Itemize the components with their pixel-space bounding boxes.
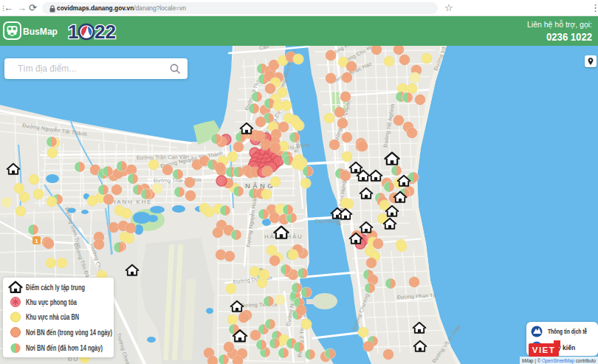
svg-text:Khu vực nhà của BN: Khu vực nhà của BN bbox=[26, 313, 79, 322]
svg-text:Liên hệ hỗ trợ, gọi:: Liên hệ hỗ trợ, gọi: bbox=[527, 20, 592, 29]
svg-text:bMap | © OpenStreetMap contrib: bMap | © OpenStreetMap contributo bbox=[522, 357, 596, 364]
svg-text:0236 1022: 0236 1022 bbox=[546, 31, 592, 43]
svg-text:Nơi BN đến (đã hơn 14 ngày): Nơi BN đến (đã hơn 14 ngày) bbox=[26, 344, 103, 352]
svg-text:1: 1 bbox=[35, 238, 38, 244]
svg-text:1: 1 bbox=[68, 21, 78, 43]
svg-text:Điểm cách ly tập trung: Điểm cách ly tập trung bbox=[26, 284, 85, 292]
svg-text:22: 22 bbox=[94, 21, 116, 43]
svg-text:Khu vực phong tỏa: Khu vực phong tỏa bbox=[26, 298, 77, 307]
svg-text:BusMap: BusMap bbox=[23, 26, 58, 37]
svg-text:Thông tin dịch tễ: Thông tin dịch tễ bbox=[548, 328, 587, 335]
svg-text:Nơi BN đến (trong vòng 14 ngày: Nơi BN đến (trong vòng 14 ngày) bbox=[26, 329, 112, 337]
